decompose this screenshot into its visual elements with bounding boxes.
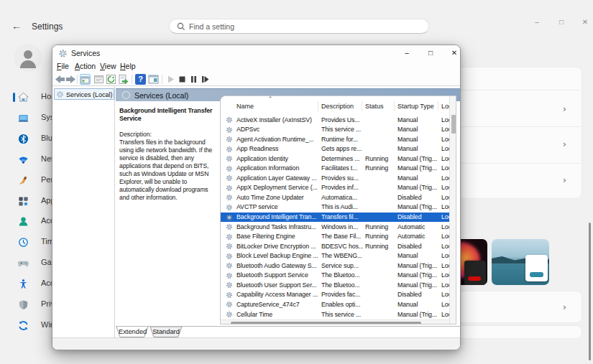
back-arrow-icon[interactable]: ← [12, 20, 23, 32]
service-row[interactable]: Agent Activation Runtime_...Runtime for.… [221, 134, 449, 144]
cell-description: Runtime for... [321, 136, 363, 143]
tab-extended-label[interactable]: Extended [119, 327, 146, 337]
cell-log-on-as: Loc [441, 291, 449, 298]
service-gear-icon [226, 223, 233, 230]
service-row[interactable]: Cellular TimeThis service ...Manual (Tri… [221, 309, 449, 319]
chevron-right-icon[interactable]: › [563, 104, 566, 114]
search-input[interactable]: Find a setting [169, 19, 429, 34]
column-header-status[interactable]: Status [365, 103, 384, 110]
scrollbar-thumb[interactable] [451, 115, 456, 134]
stop-service-icon[interactable] [177, 74, 188, 85]
cell-name: Application Identity [236, 155, 318, 162]
service-row[interactable]: CaptureService_474c7Enables opti...Manua… [221, 299, 449, 309]
scrollbar-thumb[interactable] [231, 322, 421, 325]
service-row[interactable]: Block Level Backup Engine ...The WBENG..… [221, 251, 449, 261]
service-row[interactable]: Bluetooth User Support Ser...The Bluetoo… [221, 280, 449, 290]
cell-log-on-as: Loc [441, 164, 449, 172]
service-row[interactable]: ADPSvcThis service ...ManualLoc [221, 125, 449, 135]
start-service-icon[interactable] [165, 74, 176, 85]
service-row[interactable]: Capability Access Manager ...Provides fa… [221, 290, 449, 300]
services-window: Services – □ ✕ FileActionViewHelp ? [52, 45, 461, 350]
show-console-tree-icon[interactable] [80, 74, 91, 85]
cell-startup-type: Disabled [397, 213, 440, 220]
service-row[interactable]: Base Filtering EngineThe Base Fil...Runn… [221, 232, 449, 242]
cell-log-on-as: Loc [441, 243, 449, 250]
list-horizontal-scrollbar[interactable] [221, 319, 449, 325]
back-toolbar-icon[interactable] [55, 74, 65, 85]
service-row[interactable]: AVCTP serviceThis is Audi...Manual (Trig… [221, 202, 449, 213]
cell-description: The Base Fil... [321, 233, 363, 240]
service-row[interactable]: Application InformationFacilitates t...R… [221, 164, 449, 174]
column-header-name[interactable]: Name [236, 103, 254, 110]
cell-description: Gets apps re... [321, 145, 363, 152]
service-gear-icon [226, 272, 233, 279]
help-icon[interactable]: ? [135, 74, 146, 85]
service-gear-icon [226, 281, 233, 289]
cell-name: Bluetooth Audio Gateway S... [236, 262, 318, 269]
menu-file[interactable]: File [57, 62, 69, 70]
menu-view[interactable]: View [100, 62, 116, 70]
search-placeholder: Find a setting [189, 22, 234, 31]
avatar[interactable] [14, 44, 42, 72]
cell-log-on-as: Loc [441, 252, 449, 259]
cell-name: Background Tasks Infrastru... [236, 223, 318, 230]
desktop: ← Settings Find a setting – □ ✕ HomeSyst… [0, 0, 593, 364]
service-row[interactable]: Auto Time Zone UpdaterAutomatica...Disab… [221, 192, 449, 202]
cell-name: CaptureService_474c7 [236, 301, 318, 308]
service-row[interactable]: ActiveX Installer (AxInstSV)Provides Us.… [221, 115, 449, 125]
tree-item-services-local[interactable]: Services (Local) [54, 88, 114, 100]
cell-log-on-as: Loc [441, 281, 449, 289]
list-vertical-scrollbar[interactable] [449, 96, 456, 325]
column-header-description[interactable]: Description [321, 103, 354, 110]
cell-startup-type: Manual (Trig... [397, 281, 440, 289]
restart-service-icon[interactable] [200, 74, 211, 85]
show-action-pane-icon[interactable] [148, 74, 159, 85]
service-row[interactable]: AppX Deployment Service (...Provides inf… [221, 183, 449, 193]
chevron-right-icon[interactable]: › [563, 139, 566, 149]
pause-service-icon[interactable] [188, 74, 199, 85]
service-row[interactable]: Background Intelligent Tran...Transfers … [221, 213, 449, 223]
settings-close-button[interactable]: ✕ [580, 17, 590, 27]
service-row[interactable]: Bluetooth Support ServiceThe Bluetoo...M… [221, 271, 449, 281]
service-gear-icon [226, 136, 233, 143]
toolbar-separator [162, 75, 162, 84]
export-list-icon[interactable] [118, 74, 129, 85]
settings-scrollbar[interactable] [589, 223, 591, 360]
home-icon [18, 92, 29, 103]
service-row[interactable]: App ReadinessGets apps re...ManualLoc [221, 144, 449, 154]
service-row[interactable]: BitLocker Drive Encryption ...BDESVC hos… [221, 241, 449, 251]
service-gear-icon [226, 214, 233, 221]
toolbar-separator [132, 75, 132, 84]
theme-thumbnail-light[interactable] [492, 239, 549, 285]
cell-name: AVCTP service [236, 203, 318, 210]
service-row[interactable]: Bluetooth Audio Gateway S...Service sup.… [221, 261, 449, 271]
settings-minimize-button[interactable]: – [532, 17, 542, 27]
cell-name: Bluetooth Support Service [236, 271, 318, 279]
services-titlebar[interactable]: Services – □ ✕ [52, 45, 460, 61]
column-header-startup-type[interactable]: Startup Type [397, 103, 434, 110]
services-maximize-button[interactable]: □ [426, 48, 436, 58]
settings-maximize-button[interactable]: □ [556, 17, 566, 27]
cell-startup-type: Manual (Trig... [397, 262, 440, 269]
column-header-log-on-as[interactable]: Log [441, 103, 449, 110]
cell-status: Running [365, 233, 395, 240]
cell-name: Agent Activation Runtime_... [236, 136, 318, 143]
cell-name: AppX Deployment Service (... [236, 184, 318, 191]
tab-standard-label[interactable]: Standard [152, 327, 180, 337]
service-gear-icon [226, 165, 233, 172]
forward-toolbar-icon[interactable] [65, 74, 76, 85]
menu-help[interactable]: Help [120, 62, 136, 70]
chevron-right-icon[interactable]: › [563, 175, 566, 185]
service-row[interactable]: Application Layer Gateway ...Provides su… [221, 173, 449, 183]
menu-action[interactable]: Action [75, 62, 96, 70]
services-close-button[interactable]: ✕ [449, 48, 459, 58]
cell-startup-type: Manual [397, 174, 440, 182]
privacy-icon [18, 299, 29, 310]
refresh-icon[interactable] [106, 74, 116, 85]
service-row[interactable]: Background Tasks Infrastru...Windows in.… [221, 222, 449, 232]
service-row[interactable]: Application IdentityDetermines ...Runnin… [221, 154, 449, 164]
properties-icon[interactable] [93, 74, 104, 85]
cell-description: Provides inf... [321, 184, 363, 191]
services-minimize-button[interactable]: – [402, 48, 412, 58]
cell-name: Application Layer Gateway ... [236, 174, 318, 182]
